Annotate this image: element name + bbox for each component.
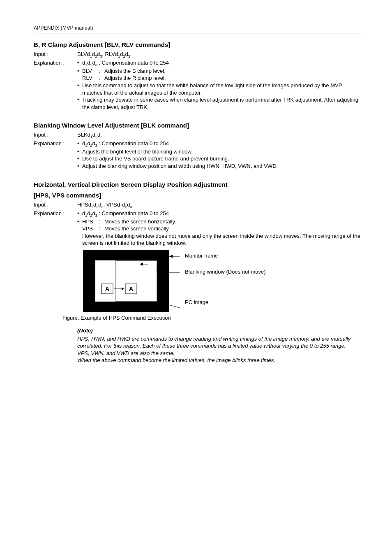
bullet-item: • Use this command to adjust so that the…	[77, 82, 362, 96]
input-label: Input :	[34, 51, 77, 58]
section-blk: Blanking Window Level Adjustment [BLK co…	[34, 121, 362, 170]
note-block: (Note) HPS, HWN, and HWD are commands to…	[77, 327, 362, 364]
figure-hps: A A Monitor frame Blanking window (Does …	[83, 250, 362, 312]
note-body: HPS, HWN, and HWD are commands to change…	[77, 335, 362, 364]
input-value: BLKd1d2d3	[77, 131, 362, 139]
bullet-item: •Adjusts the bright level of the blankin…	[77, 148, 362, 156]
bullet-text: Compensation data 0 to 254	[102, 60, 169, 66]
bullet-item: •Use to adjust the VS board picture fram…	[77, 155, 362, 163]
figure-label-monitor: Monitor frame	[185, 253, 266, 259]
bullet-item: • HPS:Moves the screen horizontally.	[77, 218, 362, 225]
header-rule	[34, 33, 362, 33]
bullet-item: • Tracking may deviate in some cases whe…	[77, 96, 362, 111]
bullet-item: • d1d2d3 : Compensation data 0 to 254	[77, 59, 362, 67]
figure-label-pc: PC image	[185, 299, 266, 306]
svg-marker-8	[169, 255, 173, 258]
box-a-label: A	[105, 286, 109, 292]
bullet-item: However, the blanking window does not mo…	[77, 232, 362, 247]
figure-label-window: Blanking window (Does not move)	[185, 269, 266, 275]
svg-rect-1	[95, 260, 157, 302]
section-hps-vps: Horizontal, Vertical Direction Screen Di…	[34, 181, 362, 364]
diagram-svg: A A	[83, 250, 182, 312]
note-heading: (Note)	[77, 327, 362, 334]
bullet-item: • BLV:Adjusts the B clamp level.	[77, 67, 362, 75]
input-value: HPSd1d2d3, VPSd1d2d3	[77, 201, 362, 209]
subdef-val: Adjusts the R clamp level.	[104, 74, 362, 82]
input-value: BLVd1d2d3, RLVd1d2d3	[77, 51, 362, 59]
input-label: Input :	[34, 201, 77, 209]
section-title: B, R Clamp Adjustment [BLV, RLV commands…	[34, 41, 362, 49]
box-a-label: A	[129, 286, 133, 292]
explanation-label: Explanation :	[34, 210, 77, 217]
bullet-item: •Adjust the blanking window position and…	[77, 163, 362, 170]
bullet-item: VPS:Moves the screen vertically.	[77, 225, 362, 232]
subdef-key: BLV	[82, 67, 99, 75]
section-blv-rlv: B, R Clamp Adjustment [BLV, RLV commands…	[34, 41, 362, 111]
section-title-line1: Horizontal, Vertical Direction Screen Di…	[34, 181, 362, 189]
bullet-item: RLV:Adjusts the R clamp level.	[77, 74, 362, 82]
explanation-label: Explanation :	[34, 140, 77, 147]
header-text: APPENDIX (MVP manual)	[34, 25, 362, 31]
section-title: Blanking Window Level Adjustment [BLK co…	[34, 121, 362, 130]
bullet-item: • d1d2d3 : Compensation data 0 to 254	[77, 210, 362, 218]
subdef-key: RLV	[82, 74, 99, 82]
section-title-line2: [HPS, VPS commands]	[34, 191, 362, 200]
figure-caption: Figure: Example of HPS Command Execution	[62, 314, 362, 322]
bullet-item: • d1d2d3 : Compensation data 0 to 254	[77, 140, 362, 148]
input-label: Input :	[34, 131, 77, 139]
subdef-val: Adjusts the B clamp level.	[104, 67, 362, 75]
explanation-label: Explanation :	[34, 59, 77, 67]
